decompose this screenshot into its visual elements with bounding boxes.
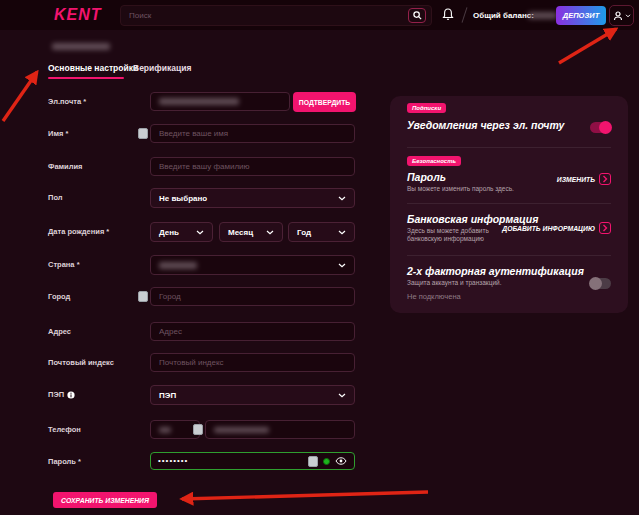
autofill-extension-icon: [138, 291, 148, 302]
password-input[interactable]: ••••••••: [150, 452, 355, 470]
autofill-extension-icon: [193, 424, 203, 435]
tab-main-settings[interactable]: Основные настройки: [48, 63, 138, 73]
card-divider: [407, 255, 611, 256]
deposit-button[interactable]: ДЕПОЗИТ: [556, 6, 606, 25]
field-country: Страна *: [0, 255, 380, 275]
email-input[interactable]: [150, 92, 290, 111]
email-value-redacted: [159, 98, 239, 105]
change-password-label: ИЗМЕНИТЬ: [557, 176, 595, 183]
field-pep: ПЭП ПЭП: [0, 385, 380, 405]
country-select[interactable]: [150, 255, 355, 275]
postal-code-input[interactable]: [150, 353, 355, 372]
last-name-input[interactable]: [150, 157, 355, 176]
gender-select[interactable]: Не выбрано: [150, 188, 355, 208]
birth-year-value: Год: [297, 228, 311, 237]
postal-code-label: Почтовый индекс: [48, 353, 114, 373]
chevron-down-icon: [338, 263, 346, 268]
birth-month-select[interactable]: Месяц: [219, 222, 283, 242]
header-bar: KENT Общий баланс: ДЕПОЗИТ: [0, 0, 639, 30]
chevron-down-icon: [338, 393, 346, 398]
address-input[interactable]: [150, 322, 355, 341]
password-masked-value: ••••••••: [158, 453, 303, 469]
add-bank-info-label: ДОБАВИТЬ ИНФОРМАЦИЮ: [502, 225, 595, 232]
email-notifications-title: Уведомления через эл. почту: [407, 119, 564, 131]
security-badge: Безопасность: [407, 156, 461, 166]
autofill-extension-icon: [308, 456, 318, 467]
twofa-toggle[interactable]: [590, 278, 611, 289]
password-section-title: Пароль: [407, 171, 446, 183]
search-bar: [120, 5, 432, 26]
country-value-redacted: [159, 262, 197, 269]
card-divider: [407, 203, 611, 204]
notifications-bell-icon[interactable]: [442, 8, 454, 21]
city-label: Город: [48, 287, 70, 307]
chevron-down-icon: [196, 230, 204, 235]
twofa-desc: Защита аккаунта и транзакций.: [407, 279, 501, 287]
email-notifications-toggle[interactable]: [590, 122, 611, 133]
password-section-desc: Вы можете изменить пароль здесь.: [407, 185, 514, 193]
eye-icon[interactable]: [335, 457, 347, 465]
field-email: Эл.почта * ПОДТВЕРДИТЬ: [0, 92, 380, 112]
birth-date-label: Дата рождения *: [48, 222, 109, 242]
card-divider: [407, 147, 611, 148]
field-last-name: Фамилия: [0, 157, 380, 177]
header-divider: [462, 7, 468, 23]
info-icon[interactable]: [67, 391, 75, 399]
pep-label: ПЭП: [48, 385, 75, 405]
save-changes-button[interactable]: СОХРАНИТЬ ИЗМЕНЕНИЯ: [53, 492, 157, 508]
first-name-label: Имя *: [48, 124, 68, 144]
account-menu-button[interactable]: [609, 5, 634, 26]
last-name-label: Фамилия: [48, 157, 82, 177]
settings-card: Подписки Уведомления через эл. почту Без…: [390, 96, 628, 313]
annotation-arrow-account: [559, 29, 616, 63]
birth-day-value: День: [159, 228, 179, 237]
change-password-link[interactable]: ИЗМЕНИТЬ: [557, 173, 611, 185]
chevron-down-icon: [625, 14, 631, 18]
username-redacted: [52, 43, 110, 50]
phone-label: Телефон: [48, 420, 81, 440]
gender-label: Пол: [48, 188, 63, 208]
twofa-title: 2-х факторная аутентификация: [407, 265, 584, 277]
field-gender: Пол Не выбрано: [0, 188, 380, 208]
confirm-email-button[interactable]: ПОДТВЕРДИТЬ: [293, 92, 356, 112]
field-city: Город: [0, 287, 380, 307]
autofill-extension-icon: [138, 128, 148, 139]
first-name-input[interactable]: [150, 124, 355, 143]
phone-number-input[interactable]: [205, 420, 355, 439]
country-label: Страна *: [48, 255, 80, 275]
city-input[interactable]: [150, 287, 355, 306]
chevron-down-icon: [338, 230, 346, 235]
birth-month-value: Месяц: [228, 228, 253, 237]
kent-profile-page: KENT Общий баланс: ДЕПОЗИТ: [0, 0, 639, 515]
chevron-down-icon: [266, 230, 274, 235]
chevron-right-icon: [599, 222, 611, 234]
password-label: Пароль *: [48, 452, 81, 472]
field-address: Адрес: [0, 322, 380, 342]
toggle-knob: [599, 121, 612, 134]
active-tab-underline: [48, 77, 124, 79]
birth-year-select[interactable]: Год: [288, 222, 355, 242]
toggle-knob: [589, 277, 602, 290]
tab-verification[interactable]: Верификация: [133, 63, 191, 73]
pep-label-text: ПЭП: [48, 385, 64, 405]
field-first-name: Имя *: [0, 124, 380, 144]
address-label: Адрес: [48, 322, 71, 342]
chevron-down-icon: [338, 196, 346, 201]
search-button[interactable]: [408, 8, 426, 23]
phone-code-redacted: [159, 427, 171, 433]
field-phone: Телефон: [0, 420, 380, 440]
annotation-arrow-save: [182, 492, 428, 499]
pep-select[interactable]: ПЭП: [150, 385, 355, 405]
search-icon: [413, 11, 422, 20]
user-icon: [613, 11, 623, 21]
add-bank-info-link[interactable]: ДОБАВИТЬ ИНФОРМАЦИЮ: [502, 222, 611, 234]
subscriptions-badge: Подписки: [407, 103, 446, 113]
birth-day-select[interactable]: День: [150, 222, 213, 242]
kent-logo[interactable]: KENT: [54, 6, 102, 24]
search-input[interactable]: [129, 7, 384, 24]
email-label: Эл.почта *: [48, 92, 86, 112]
password-valid-dot: [323, 458, 330, 465]
pep-value: ПЭП: [159, 391, 176, 400]
field-postal-code: Почтовый индекс: [0, 353, 380, 373]
field-password: Пароль * ••••••••: [0, 452, 380, 472]
